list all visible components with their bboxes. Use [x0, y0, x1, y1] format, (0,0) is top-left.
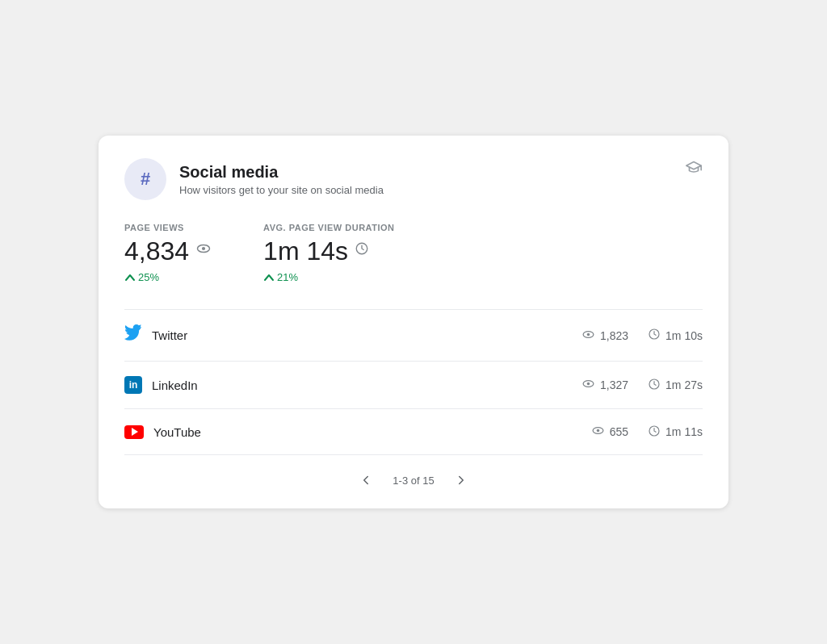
youtube-icon: [124, 425, 144, 439]
twitter-views-stat: 1,823: [581, 328, 628, 344]
page-views-change-value: 25%: [138, 271, 159, 283]
eye-icon-linkedin: [581, 377, 595, 393]
twitter-duration-stat: 1m 10s: [648, 328, 703, 343]
hashtag-icon: #: [141, 169, 150, 190]
svg-point-7: [587, 383, 590, 386]
header-left: # Social media How visitors get to your …: [124, 158, 384, 200]
linkedin-views-stat: 1,327: [581, 377, 628, 393]
clock-icon: [355, 241, 369, 260]
clock-icon-linkedin: [648, 378, 661, 393]
eye-icon: [195, 240, 212, 261]
avg-duration-change-value: 21%: [277, 271, 298, 283]
table-row: YouTube 655 1m 11s: [124, 409, 703, 454]
youtube-duration-value: 1m 11s: [665, 425, 703, 438]
page-views-value: 4,834: [124, 236, 189, 266]
avg-duration-label: AVG. PAGE VIEW DURATION: [263, 223, 394, 232]
social-media-card: # Social media How visitors get to your …: [99, 136, 728, 508]
source-right-linkedin: 1,327 1m 27s: [581, 377, 703, 393]
source-right-youtube: 655 1m 11s: [591, 424, 703, 440]
pagination-info: 1-3 of 15: [393, 475, 434, 487]
prev-page-button[interactable]: [352, 470, 380, 491]
clock-icon-youtube: [648, 424, 661, 440]
clock-icon-twitter: [648, 328, 661, 343]
next-page-button[interactable]: [447, 470, 475, 491]
eye-icon-twitter: [581, 328, 595, 344]
page-views-value-row: 4,834: [124, 236, 212, 266]
linkedin-duration-stat: 1m 27s: [648, 378, 703, 393]
linkedin-duration-value: 1m 27s: [665, 378, 703, 391]
linkedin-name: LinkedIn: [152, 378, 198, 392]
learn-icon[interactable]: [685, 158, 703, 181]
linkedin-icon: in: [124, 376, 142, 394]
youtube-name: YouTube: [153, 425, 201, 439]
metrics-row: PAGE VIEWS 4,834 25% AVG. PAGE VIEW DURA…: [124, 223, 703, 283]
header-text: Social media How visitors get to your si…: [179, 161, 384, 196]
youtube-duration-stat: 1m 11s: [648, 424, 703, 440]
avg-duration-value-row: 1m 14s: [263, 236, 394, 266]
twitter-duration-value: 1m 10s: [665, 329, 703, 342]
source-left-linkedin: in LinkedIn: [124, 376, 198, 394]
page-views-metric: PAGE VIEWS 4,834 25%: [124, 223, 212, 283]
youtube-views-stat: 655: [591, 424, 628, 440]
youtube-views-value: 655: [610, 425, 628, 438]
card-subtitle: How visitors get to your site on social …: [179, 184, 384, 196]
source-right-twitter: 1,823 1m 10s: [581, 328, 703, 344]
avg-duration-value: 1m 14s: [263, 236, 348, 266]
table-row: in LinkedIn 1,327: [124, 362, 703, 408]
card-header: # Social media How visitors get to your …: [124, 158, 703, 200]
svg-point-4: [587, 332, 590, 336]
avg-duration-change: 21%: [263, 271, 394, 283]
eye-icon-youtube: [591, 424, 605, 440]
svg-point-1: [202, 247, 205, 250]
pagination: 1-3 of 15: [124, 455, 703, 508]
page-views-label: PAGE VIEWS: [124, 223, 212, 232]
twitter-views-value: 1,823: [600, 329, 628, 342]
twitter-name: Twitter: [152, 328, 187, 342]
source-left-twitter: Twitter: [124, 324, 187, 346]
table-row: Twitter 1,823 1m 10s: [124, 310, 703, 361]
twitter-icon: [124, 324, 142, 346]
svg-point-10: [596, 429, 599, 433]
header-icon-circle: #: [124, 158, 166, 200]
page-views-change: 25%: [124, 271, 212, 283]
linkedin-views-value: 1,327: [600, 378, 628, 391]
card-title: Social media: [179, 161, 384, 182]
source-left-youtube: YouTube: [124, 425, 201, 439]
avg-duration-metric: AVG. PAGE VIEW DURATION 1m 14s 21%: [263, 223, 394, 283]
